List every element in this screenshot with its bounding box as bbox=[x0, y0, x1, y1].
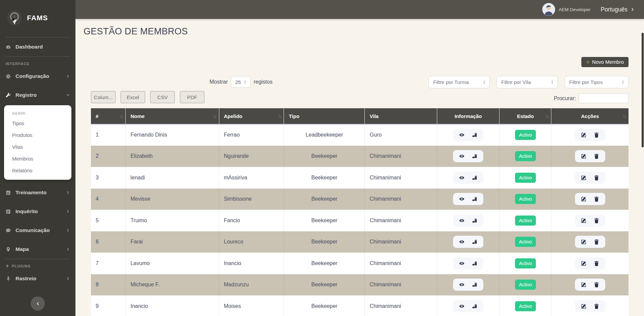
sidebar-item-comunicacao[interactable]: Comunicação bbox=[0, 221, 75, 240]
export-button-pdf[interactable]: PDF bbox=[180, 91, 204, 103]
chevron-right-icon bbox=[66, 277, 70, 281]
export-button-colum[interactable]: Colum... bbox=[91, 91, 116, 103]
language-menu[interactable]: Português bbox=[601, 6, 635, 13]
search-input[interactable] bbox=[579, 93, 629, 103]
column-header-tipo[interactable]: Tipo bbox=[284, 108, 365, 124]
submenu-heading: GERIR: bbox=[4, 109, 71, 117]
sidebar-item-label: Comunicação bbox=[15, 227, 50, 233]
sidebar-item-inquerito[interactable]: Inquérito bbox=[0, 202, 75, 221]
cell-num: 8 bbox=[91, 274, 126, 296]
delete-icon[interactable] bbox=[593, 132, 600, 138]
column-header-informacao[interactable]: Informação bbox=[437, 108, 500, 124]
actions-pill bbox=[575, 279, 605, 291]
cell-nome: Inancio bbox=[126, 295, 219, 316]
sort-icon: ↑↓ bbox=[545, 114, 548, 119]
column-header-estado[interactable]: Estado↑↓ bbox=[500, 108, 551, 124]
cell-informacao bbox=[437, 274, 500, 296]
column-header-nome[interactable]: Nome↑↓ bbox=[126, 108, 219, 124]
column-header-acoes[interactable]: Acções↑↓ bbox=[551, 108, 629, 124]
view-icon[interactable] bbox=[459, 303, 465, 309]
cell-apelido: Nguirande bbox=[219, 146, 284, 167]
edit-icon[interactable] bbox=[581, 196, 587, 202]
filter-select-turma[interactable]: Filtre por Turma bbox=[428, 76, 490, 88]
view-icon[interactable] bbox=[459, 260, 465, 266]
submenu-item-membros[interactable]: Membros bbox=[4, 153, 71, 165]
edit-icon[interactable] bbox=[581, 282, 587, 288]
member-card-icon[interactable] bbox=[472, 260, 478, 266]
chevron-right-icon bbox=[66, 228, 70, 232]
info-pill bbox=[453, 257, 483, 269]
delete-icon[interactable] bbox=[593, 218, 600, 224]
filter-select-vila[interactable]: Filtre por Vila bbox=[496, 76, 558, 88]
delete-icon[interactable] bbox=[593, 282, 600, 288]
submenu-item-produtos[interactable]: Produtos bbox=[4, 129, 71, 141]
cell-num: 5 bbox=[91, 210, 126, 231]
cell-tipo: Beekeeper bbox=[284, 231, 365, 253]
delete-icon[interactable] bbox=[593, 260, 600, 266]
edit-icon[interactable] bbox=[581, 239, 587, 245]
submenu-item-tipos[interactable]: Tipos bbox=[4, 117, 71, 129]
table-header-row: #↑↓Nome↑↓Apelido↑↓TipoVilaInformaçãoEsta… bbox=[91, 108, 629, 124]
search-label: Procurar: bbox=[554, 95, 576, 102]
delete-icon[interactable] bbox=[593, 196, 600, 202]
member-card-icon[interactable] bbox=[472, 218, 478, 224]
view-icon[interactable] bbox=[459, 196, 465, 202]
delete-icon[interactable] bbox=[593, 239, 600, 245]
filter-select-tipos[interactable]: Filtre por Tipos bbox=[565, 76, 629, 88]
edit-icon[interactable] bbox=[581, 218, 587, 224]
submenu-item-relatorio[interactable]: Relatório bbox=[4, 165, 71, 176]
chevron-right-icon bbox=[66, 247, 70, 251]
cell-num: 2 bbox=[91, 146, 126, 167]
cell-nome: lenadi bbox=[126, 167, 219, 189]
chevron-right-icon bbox=[66, 209, 70, 213]
brand[interactable]: FAMS bbox=[0, 0, 75, 37]
sidebar-item-configuracao[interactable]: Configuração bbox=[0, 67, 75, 86]
sidebar-item-registro[interactable]: Registro bbox=[0, 86, 75, 105]
member-card-icon[interactable] bbox=[472, 282, 478, 288]
delete-icon[interactable] bbox=[593, 153, 600, 159]
sidebar-collapse-button[interactable] bbox=[31, 296, 45, 311]
actions-pill bbox=[575, 236, 605, 248]
edit-icon[interactable] bbox=[581, 303, 587, 309]
column-header-num[interactable]: #↑↓ bbox=[91, 108, 126, 124]
edit-icon[interactable] bbox=[581, 132, 587, 138]
member-card-icon[interactable] bbox=[472, 239, 478, 245]
view-icon[interactable] bbox=[459, 218, 465, 224]
column-header-apelido[interactable]: Apelido↑↓ bbox=[219, 108, 284, 124]
member-card-icon[interactable] bbox=[472, 175, 478, 181]
member-card-icon[interactable] bbox=[472, 196, 478, 202]
page-size-select[interactable]: 25 bbox=[231, 76, 251, 88]
member-card-icon[interactable] bbox=[472, 132, 478, 138]
column-header-vila[interactable]: Vila bbox=[365, 108, 437, 124]
edit-icon[interactable] bbox=[581, 175, 587, 181]
sidebar-item-mapa[interactable]: Mapa bbox=[0, 240, 75, 259]
cell-tipo: Beekeeper bbox=[284, 253, 365, 274]
export-button-csv[interactable]: CSV bbox=[150, 91, 175, 103]
member-card-icon[interactable] bbox=[472, 153, 478, 159]
user-menu[interactable]: AEM Developer bbox=[542, 3, 591, 16]
sidebar-item-dashboard[interactable]: Dashboard bbox=[0, 37, 75, 56]
cell-acoes bbox=[551, 295, 629, 316]
cell-vila: Chimanimani bbox=[365, 274, 437, 296]
new-member-button[interactable]: + Novo Membro bbox=[581, 57, 629, 67]
view-icon[interactable] bbox=[459, 282, 465, 288]
delete-icon[interactable] bbox=[593, 175, 600, 181]
delete-icon[interactable] bbox=[593, 303, 600, 309]
sort-icon: ↑↓ bbox=[120, 114, 123, 119]
cell-acoes bbox=[551, 274, 629, 296]
submenu-item-vilas[interactable]: Vilas bbox=[4, 141, 71, 153]
view-icon[interactable] bbox=[459, 239, 465, 245]
view-icon[interactable] bbox=[459, 153, 465, 159]
cell-nome: Lavumo bbox=[126, 253, 219, 274]
sidebar-item-rastreio[interactable]: Rastreio bbox=[0, 269, 75, 288]
edit-icon[interactable] bbox=[581, 153, 587, 159]
edit-icon[interactable] bbox=[581, 260, 587, 266]
vertical-scrollbar[interactable] bbox=[642, 33, 644, 147]
member-card-icon[interactable] bbox=[472, 303, 478, 309]
view-icon[interactable] bbox=[459, 175, 465, 181]
cell-acoes bbox=[551, 167, 629, 189]
sidebar-item-treinamento[interactable]: Treinamento bbox=[0, 183, 75, 202]
chevron-down-icon bbox=[66, 93, 70, 97]
view-icon[interactable] bbox=[459, 132, 465, 138]
export-button-excel[interactable]: Excel bbox=[121, 91, 145, 103]
